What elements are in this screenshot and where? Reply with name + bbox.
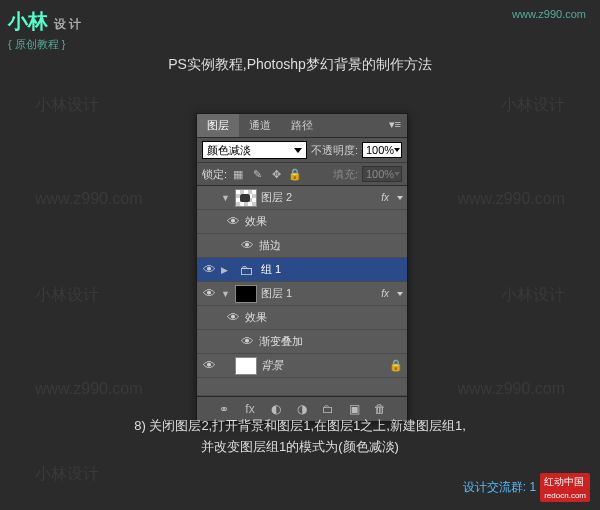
dropdown-caret-icon <box>394 148 400 152</box>
fx-caret-icon[interactable] <box>397 292 403 296</box>
visibility-icon[interactable]: 👁 <box>201 286 217 302</box>
layer-thumbnail <box>235 357 257 375</box>
group-name: 组 1 <box>261 262 403 277</box>
visibility-icon[interactable]: 👁 <box>201 358 217 374</box>
layers-list: ▼ 图层 2 fx 👁 效果 👁 描边 👁 ▶ 🗀 组 1 👁 ▼ 图层 1 f… <box>197 186 407 396</box>
watermark: 小林设计 <box>501 285 565 306</box>
step-caption: 8) 关闭图层2,打开背景和图层1,在图层1之上,新建图层组1, 并改变图层组1… <box>30 416 570 458</box>
watermark: www.z990.com <box>457 380 565 398</box>
blend-row: 颜色减淡 不透明度: 100% <box>197 138 407 163</box>
redocn-badge: 红动中国redocn.com <box>540 473 590 502</box>
visibility-icon[interactable]: 👁 <box>225 214 241 230</box>
watermark: www.z990.com <box>35 190 143 208</box>
url-top: www.z990.com <box>512 8 586 20</box>
new-group-icon[interactable]: 🗀 <box>320 401 336 417</box>
folder-icon: 🗀 <box>235 261 257 279</box>
lock-pixels-icon[interactable]: ✎ <box>250 167 264 181</box>
opacity-input[interactable]: 100% <box>362 142 402 158</box>
expand-icon[interactable]: ▼ <box>221 193 231 203</box>
lock-all-icon[interactable]: 🔒 <box>288 167 302 181</box>
expand-icon[interactable]: ▼ <box>221 289 231 299</box>
layer-style-icon[interactable]: fx <box>242 401 258 417</box>
fill-label: 填充: <box>333 167 358 182</box>
caption-line2: 并改变图层组1的模式为(颜色减淡) <box>30 437 570 458</box>
panel-menu-icon[interactable]: ▾≡ <box>383 114 407 137</box>
visibility-icon[interactable]: 👁 <box>201 262 217 278</box>
fx-badge[interactable]: fx <box>381 192 391 203</box>
link-layers-icon[interactable]: ⚭ <box>216 401 232 417</box>
visibility-icon[interactable]: 👁 <box>239 238 255 254</box>
dropdown-caret-icon <box>394 172 400 176</box>
watermark: 小林设计 <box>35 285 99 306</box>
fx-badge[interactable]: fx <box>381 288 391 299</box>
layer-thumbnail <box>235 189 257 207</box>
fill-input[interactable]: 100% <box>362 166 402 182</box>
watermark: 小林设计 <box>35 95 99 116</box>
blend-mode-select[interactable]: 颜色减淡 <box>202 141 307 159</box>
watermark: 小林设计 <box>501 95 565 116</box>
effect-name: 描边 <box>259 238 403 253</box>
tutorial-title: PS实例教程,Photoshp梦幻背景的制作方法 <box>168 56 432 74</box>
logo-main: 小林 设 计 <box>8 8 81 35</box>
tab-layers[interactable]: 图层 <box>197 114 239 137</box>
lock-icons: ▦ ✎ ✥ 🔒 <box>231 167 302 181</box>
group-row[interactable]: 👁 ▶ 🗀 组 1 <box>197 258 407 282</box>
effects-row[interactable]: 👁 效果 <box>197 306 407 330</box>
effects-label: 效果 <box>245 214 403 229</box>
watermark: 小林设计 <box>35 464 99 485</box>
adjustment-layer-icon[interactable]: ◑ <box>294 401 310 417</box>
layer-mask-icon[interactable]: ◐ <box>268 401 284 417</box>
effects-row[interactable]: 👁 效果 <box>197 210 407 234</box>
layer-thumbnail <box>235 285 257 303</box>
new-layer-icon[interactable]: ▣ <box>346 401 362 417</box>
logo-subtitle: 原创教程 <box>8 37 81 52</box>
background-layer-row[interactable]: 👁 背景 🔒 <box>197 354 407 378</box>
blend-mode-value: 颜色减淡 <box>207 143 251 158</box>
effect-gradient-row[interactable]: 👁 渐变叠加 <box>197 330 407 354</box>
lock-row: 锁定: ▦ ✎ ✥ 🔒 填充: 100% <box>197 163 407 186</box>
lock-label: 锁定: <box>202 167 227 182</box>
background-name: 背景 <box>261 358 385 373</box>
layer-name: 图层 1 <box>261 286 377 301</box>
expand-icon[interactable]: ▶ <box>221 265 231 275</box>
watermark: www.z990.com <box>35 380 143 398</box>
watermark: www.z990.com <box>457 190 565 208</box>
layer-row[interactable]: ▼ 图层 2 fx <box>197 186 407 210</box>
fx-caret-icon[interactable] <box>397 196 403 200</box>
footer: 设计交流群: 1 红动中国redocn.com <box>463 473 590 502</box>
visibility-icon[interactable]: 👁 <box>239 334 255 350</box>
lock-transparency-icon[interactable]: ▦ <box>231 167 245 181</box>
layers-panel: 图层 通道 路径 ▾≡ 颜色减淡 不透明度: 100% 锁定: ▦ ✎ ✥ 🔒 … <box>196 113 408 422</box>
tab-paths[interactable]: 路径 <box>281 114 323 137</box>
layer-row[interactable]: 👁 ▼ 图层 1 fx <box>197 282 407 306</box>
qq-group: 设计交流群: 1 <box>463 479 536 496</box>
effects-label: 效果 <box>245 310 403 325</box>
effect-name: 渐变叠加 <box>259 334 403 349</box>
lock-icon: 🔒 <box>389 359 403 372</box>
layer-name: 图层 2 <box>261 190 377 205</box>
visibility-icon[interactable]: 👁 <box>225 310 241 326</box>
visibility-icon[interactable] <box>201 190 217 206</box>
logo: 小林 设 计 原创教程 <box>8 8 81 52</box>
lock-position-icon[interactable]: ✥ <box>269 167 283 181</box>
tab-channels[interactable]: 通道 <box>239 114 281 137</box>
opacity-label: 不透明度: <box>311 143 358 158</box>
effect-stroke-row[interactable]: 👁 描边 <box>197 234 407 258</box>
delete-layer-icon[interactable]: 🗑 <box>372 401 388 417</box>
dropdown-caret-icon <box>294 148 302 153</box>
panel-tabs: 图层 通道 路径 ▾≡ <box>197 114 407 138</box>
caption-line1: 8) 关闭图层2,打开背景和图层1,在图层1之上,新建图层组1, <box>30 416 570 437</box>
